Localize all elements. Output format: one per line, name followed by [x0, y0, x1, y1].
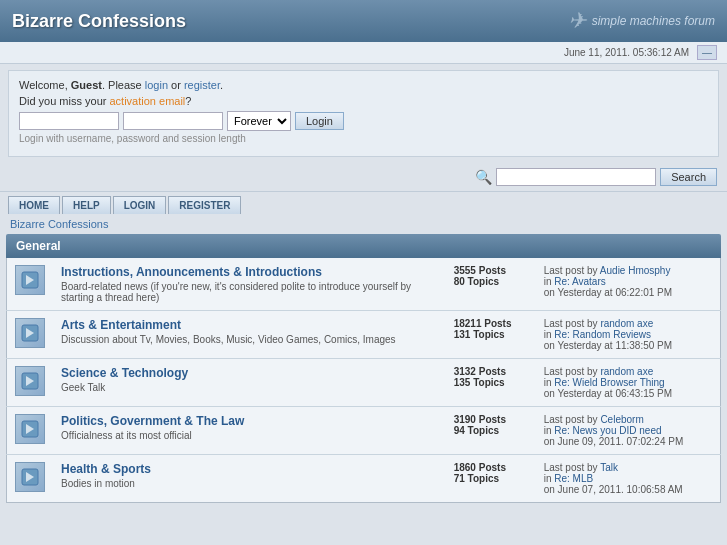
- forum-icon-img: [15, 414, 45, 444]
- forum-posts: 18211 Posts: [454, 318, 512, 329]
- forum-stats-cell: 3132 Posts 135 Topics: [446, 359, 536, 407]
- username-input[interactable]: [19, 112, 119, 130]
- search-bar: 🔍 Search: [0, 163, 727, 192]
- forum-name-cell: Health & Sports Bodies in motion: [53, 455, 446, 503]
- forum-name-link[interactable]: Politics, Government & The Law: [61, 414, 244, 428]
- forum-topics: 135 Topics: [454, 377, 505, 388]
- forum-posts: 3190 Posts: [454, 414, 506, 425]
- lastpost-thread-link[interactable]: Re: News you DID need: [554, 425, 661, 436]
- forum-icon-img: [15, 318, 45, 348]
- forum-icon-img: [15, 462, 45, 492]
- nav-register[interactable]: REGISTER: [168, 196, 241, 214]
- lastpost-author-link[interactable]: Talk: [600, 462, 618, 473]
- forum-icon-cell: [7, 311, 54, 359]
- forum-topics: 71 Topics: [454, 473, 499, 484]
- forum-name-link[interactable]: Instructions, Announcements & Introducti…: [61, 265, 322, 279]
- login-button[interactable]: Login: [295, 112, 344, 130]
- activation-line: Did you miss your activation email?: [19, 95, 708, 107]
- forum-posts: 1860 Posts: [454, 462, 506, 473]
- table-row: Instructions, Announcements & Introducti…: [7, 258, 721, 311]
- forum-stats-cell: 3190 Posts 94 Topics: [446, 407, 536, 455]
- forum-desc: Bodies in motion: [61, 478, 438, 489]
- forum-name-link[interactable]: Arts & Entertainment: [61, 318, 181, 332]
- forum-posts: 3555 Posts: [454, 265, 506, 276]
- lastpost-author-link[interactable]: random axe: [600, 318, 653, 329]
- nav-help[interactable]: HELP: [62, 196, 111, 214]
- forum-desc: Board-related news (if you're new, it's …: [61, 281, 438, 303]
- lastpost-thread-link[interactable]: Re: Random Reviews: [554, 329, 651, 340]
- password-input[interactable]: [123, 112, 223, 130]
- forum-icon-img: [15, 265, 45, 295]
- forum-topics: 80 Topics: [454, 276, 499, 287]
- nav-home[interactable]: HOME: [8, 196, 60, 214]
- welcome-line1: Welcome, Guest. Please login or register…: [19, 79, 708, 91]
- login-row: Forever Login: [19, 111, 708, 131]
- forum-name-cell: Science & Technology Geek Talk: [53, 359, 446, 407]
- lastpost-thread-link[interactable]: Re: Wield Browser Thing: [554, 377, 664, 388]
- forum-lastpost-cell: Last post by Audie Hmosphy in Re: Avatar…: [536, 258, 721, 311]
- forum-stats-cell: 18211 Posts 131 Topics: [446, 311, 536, 359]
- collapse-button[interactable]: —: [697, 45, 717, 60]
- forum-desc: Officialness at its most official: [61, 430, 438, 441]
- forum-desc: Discussion about Tv, Movies, Books, Musi…: [61, 334, 438, 345]
- forum-stats-cell: 3555 Posts 80 Topics: [446, 258, 536, 311]
- section-header: General: [6, 234, 721, 258]
- table-row: Politics, Government & The Law Officialn…: [7, 407, 721, 455]
- lastpost-author-link[interactable]: Celeborm: [600, 414, 643, 425]
- forum-topics: 131 Topics: [454, 329, 505, 340]
- lastpost-thread-link[interactable]: Re: MLB: [554, 473, 593, 484]
- table-row: Science & Technology Geek Talk 3132 Post…: [7, 359, 721, 407]
- datetime: June 11, 2011. 05:36:12 AM: [564, 47, 689, 58]
- breadcrumb: Bizarre Confessions: [0, 214, 727, 234]
- search-icon: 🔍: [475, 169, 492, 185]
- lastpost-time: on June 07, 2011. 10:06:58 AM: [544, 484, 683, 495]
- login-hint: Login with username, password and sessio…: [19, 133, 708, 144]
- forum-name-link[interactable]: Science & Technology: [61, 366, 188, 380]
- table-row: Health & Sports Bodies in motion 1860 Po…: [7, 455, 721, 503]
- forum-name-cell: Instructions, Announcements & Introducti…: [53, 258, 446, 311]
- lastpost-time: on June 09, 2011. 07:02:24 PM: [544, 436, 684, 447]
- session-select[interactable]: Forever: [227, 111, 291, 131]
- topbar: June 11, 2011. 05:36:12 AM —: [0, 42, 727, 64]
- forum-icon-cell: [7, 258, 54, 311]
- forum-desc: Geek Talk: [61, 382, 438, 393]
- forum-icon-cell: [7, 455, 54, 503]
- breadcrumb-link[interactable]: Bizarre Confessions: [10, 218, 108, 230]
- plane-icon: ✈: [568, 8, 586, 34]
- search-button[interactable]: Search: [660, 168, 717, 186]
- forum-stats-cell: 1860 Posts 71 Topics: [446, 455, 536, 503]
- smf-logo: ✈ simple machines forum: [568, 8, 715, 34]
- forum-name-link[interactable]: Health & Sports: [61, 462, 151, 476]
- site-header: Bizarre Confessions ✈ simple machines fo…: [0, 0, 727, 42]
- forum-table: Instructions, Announcements & Introducti…: [6, 258, 721, 503]
- forum-lastpost-cell: Last post by Celeborm in Re: News you DI…: [536, 407, 721, 455]
- lastpost-author-link[interactable]: random axe: [600, 366, 653, 377]
- forum-lastpost-cell: Last post by Talk in Re: MLB on June 07,…: [536, 455, 721, 503]
- table-row: Arts & Entertainment Discussion about Tv…: [7, 311, 721, 359]
- forum-name-cell: Politics, Government & The Law Officialn…: [53, 407, 446, 455]
- forum-icon-img: [15, 366, 45, 396]
- forum-lastpost-cell: Last post by random axe in Re: Random Re…: [536, 311, 721, 359]
- guest-label: Guest: [71, 79, 102, 91]
- lastpost-author-link[interactable]: Audie Hmosphy: [600, 265, 671, 276]
- register-link[interactable]: register: [184, 79, 220, 91]
- forum-lastpost-cell: Last post by random axe in Re: Wield Bro…: [536, 359, 721, 407]
- main-content: General Instructions, Announcements & In…: [6, 234, 721, 503]
- forum-topics: 94 Topics: [454, 425, 499, 436]
- lastpost-time: on Yesterday at 11:38:50 PM: [544, 340, 672, 351]
- forum-icon-cell: [7, 407, 54, 455]
- lastpost-time: on Yesterday at 06:22:01 PM: [544, 287, 672, 298]
- lastpost-thread-link[interactable]: Re: Avatars: [554, 276, 606, 287]
- activation-link[interactable]: activation email: [109, 95, 185, 107]
- forum-posts: 3132 Posts: [454, 366, 506, 377]
- nav-login[interactable]: LOGIN: [113, 196, 167, 214]
- lastpost-time: on Yesterday at 06:43:15 PM: [544, 388, 672, 399]
- site-title: Bizarre Confessions: [12, 11, 186, 32]
- forum-name-cell: Arts & Entertainment Discussion about Tv…: [53, 311, 446, 359]
- search-input[interactable]: [496, 168, 656, 186]
- logo-text: simple machines forum: [592, 14, 715, 28]
- nav-bar: HOME HELP LOGIN REGISTER: [0, 192, 727, 214]
- forum-icon-cell: [7, 359, 54, 407]
- login-link[interactable]: login: [145, 79, 168, 91]
- welcome-box: Welcome, Guest. Please login or register…: [8, 70, 719, 157]
